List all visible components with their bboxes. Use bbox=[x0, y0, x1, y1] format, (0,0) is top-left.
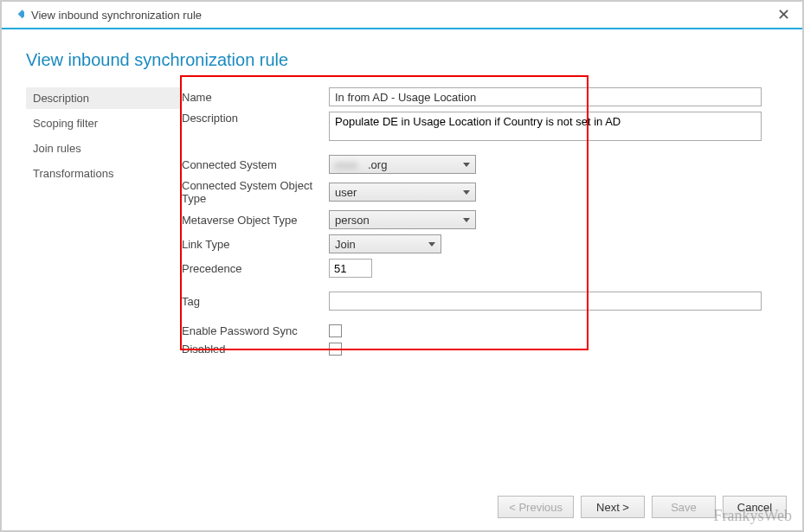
mv-object-type-select[interactable]: person bbox=[329, 210, 476, 229]
connected-system-select[interactable]: xxxx.org bbox=[329, 155, 476, 174]
sidebar-item-join-rules[interactable]: Join rules bbox=[26, 138, 182, 159]
window-title: View inbound synchronization rule bbox=[31, 9, 202, 22]
label-description: Description bbox=[182, 112, 329, 125]
label-connected-system: Connected System bbox=[182, 158, 329, 171]
next-button[interactable]: Next > bbox=[581, 496, 645, 518]
disabled-checkbox[interactable] bbox=[329, 343, 342, 356]
close-icon[interactable]: ✕ bbox=[772, 5, 795, 24]
save-button: Save bbox=[652, 496, 716, 518]
label-mv-object-type: Metaverse Object Type bbox=[182, 214, 329, 227]
sidebar-item-description[interactable]: Description bbox=[26, 87, 182, 109]
precedence-input[interactable] bbox=[329, 259, 372, 278]
label-tag: Tag bbox=[182, 295, 329, 308]
label-enable-password-sync: Enable Password Sync bbox=[182, 324, 329, 337]
previous-button: < Previous bbox=[498, 496, 574, 518]
page-title: View inbound synchronization rule bbox=[26, 50, 778, 70]
label-cs-object-type: Connected System Object Type bbox=[182, 179, 329, 205]
label-disabled: Disabled bbox=[182, 343, 329, 356]
svg-rect-0 bbox=[18, 10, 24, 18]
sidebar: Description Scoping filter Join rules Tr… bbox=[26, 87, 182, 361]
label-name: Name bbox=[182, 91, 329, 104]
cancel-button[interactable]: Cancel bbox=[723, 496, 787, 518]
label-link-type: Link Type bbox=[182, 238, 329, 251]
label-precedence: Precedence bbox=[182, 262, 329, 275]
link-type-select[interactable]: Join bbox=[329, 234, 441, 253]
app-icon bbox=[10, 8, 24, 22]
titlebar: View inbound synchronization rule ✕ bbox=[2, 2, 802, 29]
footer-buttons: < Previous Next > Save Cancel bbox=[498, 496, 787, 518]
form-area: Name Description Connected System xxxx.o… bbox=[182, 87, 778, 361]
sidebar-item-transformations[interactable]: Transformations bbox=[26, 163, 182, 184]
enable-password-sync-checkbox[interactable] bbox=[329, 324, 342, 337]
description-input[interactable] bbox=[329, 112, 762, 141]
tag-input[interactable] bbox=[329, 292, 762, 311]
cs-object-type-select[interactable]: user bbox=[329, 183, 476, 202]
sidebar-item-scoping-filter[interactable]: Scoping filter bbox=[26, 112, 182, 134]
name-input[interactable] bbox=[329, 87, 762, 106]
